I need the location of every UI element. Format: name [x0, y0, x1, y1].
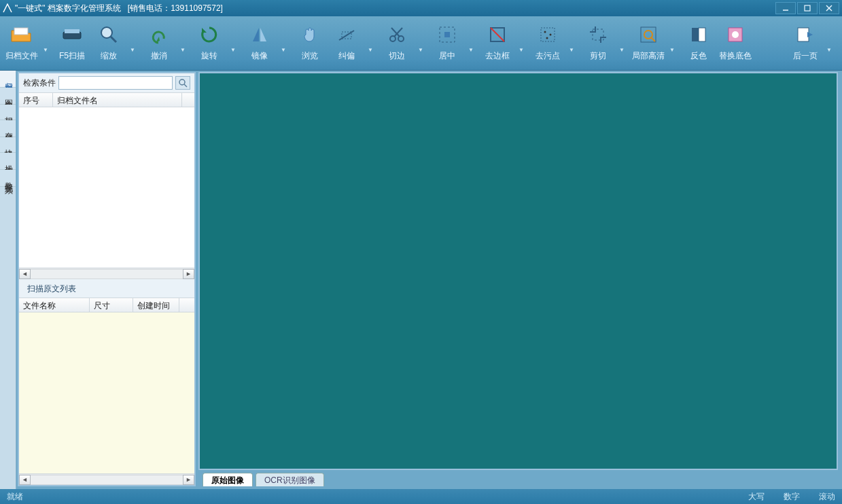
svg-line-8 [111, 37, 116, 42]
search-input[interactable] [58, 76, 173, 90]
mirror-button[interactable]: 镜像 [242, 19, 277, 70]
center-label: 居中 [439, 50, 455, 62]
remove-border-button[interactable]: 去边框 [480, 19, 515, 70]
remove-border-label: 去边框 [485, 50, 510, 62]
invert-icon [687, 23, 710, 46]
lower-grid-scrollbar[interactable]: ◄ ► [19, 473, 194, 485]
replace-bg-label: 替换底色 [719, 50, 752, 62]
side-tab-shortcut-keys[interactable]: 快捷键 [0, 137, 16, 153]
trim-button[interactable]: 切边 [379, 19, 415, 70]
svg-line-26 [651, 37, 655, 41]
side-tab-strip: 归档文件图像扫描扫描仪存储设置快捷键操作控制教学视频 [0, 71, 16, 489]
window-title: "一键式" 档案数字化管理系统 [15, 3, 121, 14]
archive-file-label: 归档文件 [5, 50, 38, 62]
undo-label: 撤消 [151, 50, 167, 62]
scan-list-title: 扫描原文列表 [19, 279, 194, 298]
deskew-button[interactable]: 纠偏 [329, 19, 364, 70]
zoom-dropdown[interactable]: ▼ [128, 19, 137, 70]
svg-point-21 [550, 34, 552, 36]
local-hd-button[interactable]: 局部高清 [631, 19, 666, 70]
crop-dropdown[interactable]: ▼ [617, 19, 627, 70]
svg-line-33 [184, 84, 187, 87]
svg-point-30 [732, 31, 739, 38]
despeckle-button[interactable]: 去污点 [530, 19, 565, 70]
side-tab-scanner[interactable]: 扫描仪 [0, 105, 16, 120]
sheet-tab-raw-image[interactable]: 原始图像 [203, 473, 253, 486]
scroll-track[interactable] [31, 269, 183, 279]
archive-file-dropdown[interactable]: ▼ [41, 19, 50, 70]
trim-dropdown[interactable]: ▼ [416, 19, 425, 70]
remove-border-dropdown[interactable]: ▼ [516, 19, 526, 70]
zoom-button[interactable]: 缩放 [91, 19, 126, 70]
svg-point-7 [101, 27, 112, 38]
close-button[interactable] [819, 2, 839, 14]
rotate-dropdown[interactable]: ▼ [228, 19, 238, 70]
svg-rect-31 [798, 28, 809, 41]
zoom-label: 缩放 [101, 50, 117, 62]
browse-button[interactable]: 浏览 [292, 19, 328, 70]
upper-grid-body[interactable] [19, 107, 194, 268]
despeckle-dropdown[interactable]: ▼ [567, 19, 576, 70]
side-tab-tutorial-video[interactable]: 教学视频 [0, 170, 16, 187]
svg-rect-1 [805, 5, 810, 11]
sheet-tab-ocr-image[interactable]: OCR识别图像 [256, 473, 324, 486]
search-icon [178, 78, 188, 88]
upper-col-filename[interactable]: 归档文件名 [53, 93, 182, 107]
side-tab-image-scan[interactable]: 图像扫描 [0, 88, 16, 105]
scroll-left-icon[interactable]: ◄ [19, 475, 31, 485]
status-ready: 就绪 [7, 491, 23, 503]
lower-col-name[interactable]: 文件名称 [19, 298, 90, 312]
local-hd-icon [637, 23, 660, 46]
crop-button[interactable]: 剪切 [580, 19, 616, 70]
scroll-right-icon[interactable]: ► [183, 475, 194, 485]
replace-bg-button[interactable]: 替换底色 [718, 19, 753, 70]
center-icon [436, 23, 459, 46]
sheet-tab-strip: 原始图像OCR识别图像 [198, 470, 838, 486]
minimize-button[interactable] [775, 2, 796, 14]
undo-dropdown[interactable]: ▼ [178, 19, 188, 70]
title-bar: "一键式" 档案数字化管理系统 [销售电话：13911097572] [0, 0, 842, 16]
f5-scan-button[interactable]: F5扫描 [54, 19, 90, 70]
app-icon [3, 3, 12, 13]
side-tab-operation-control[interactable]: 操作控制 [0, 153, 16, 170]
next-page-dropdown[interactable]: ▼ [824, 19, 834, 70]
lower-col-created[interactable]: 创建时间 [133, 298, 179, 312]
upper-col-seq[interactable]: 序号 [19, 93, 53, 107]
svg-rect-16 [444, 32, 450, 37]
undo-button[interactable]: 撤消 [141, 19, 177, 70]
invert-button[interactable]: 反色 [681, 19, 716, 70]
archive-file-button[interactable]: 归档文件 [4, 19, 39, 70]
despeckle-icon [536, 23, 559, 46]
image-canvas[interactable] [198, 72, 838, 470]
lower-grid-body[interactable] [19, 312, 194, 473]
svg-point-20 [544, 31, 546, 33]
svg-point-32 [179, 79, 185, 85]
svg-rect-6 [65, 29, 80, 33]
lower-col-size[interactable]: 尺寸 [90, 298, 133, 312]
scroll-track[interactable] [31, 475, 183, 485]
next-page-button[interactable]: 后一页 [788, 19, 823, 70]
replace-bg-icon [724, 23, 747, 46]
svg-rect-23 [593, 29, 603, 40]
svg-rect-28 [699, 28, 705, 41]
maximize-button[interactable] [797, 2, 818, 14]
rotate-button[interactable]: 旋转 [192, 19, 227, 70]
hand-icon [298, 23, 321, 46]
local-hd-dropdown[interactable]: ▼ [667, 19, 677, 70]
search-button[interactable] [175, 76, 190, 90]
scroll-left-icon[interactable]: ◄ [19, 269, 31, 279]
upper-grid-scrollbar[interactable]: ◄ ► [19, 268, 194, 279]
trim-label: 切边 [389, 50, 405, 62]
scroll-right-icon[interactable]: ► [183, 269, 194, 279]
center-button[interactable]: 居中 [429, 19, 465, 70]
deskew-dropdown[interactable]: ▼ [366, 19, 375, 70]
folder-open-icon [10, 23, 33, 46]
mirror-dropdown[interactable]: ▼ [279, 19, 288, 70]
rotate-label: 旋转 [201, 50, 217, 62]
side-tab-archive-file[interactable]: 归档文件 [0, 71, 16, 88]
center-dropdown[interactable]: ▼ [466, 19, 476, 70]
side-tab-storage-settings[interactable]: 存储设置 [0, 120, 16, 137]
lower-grid-header: 文件名称尺寸创建时间 [19, 298, 194, 312]
next-page-icon [794, 23, 817, 46]
right-pane: 原始图像OCR识别图像 [198, 72, 838, 486]
